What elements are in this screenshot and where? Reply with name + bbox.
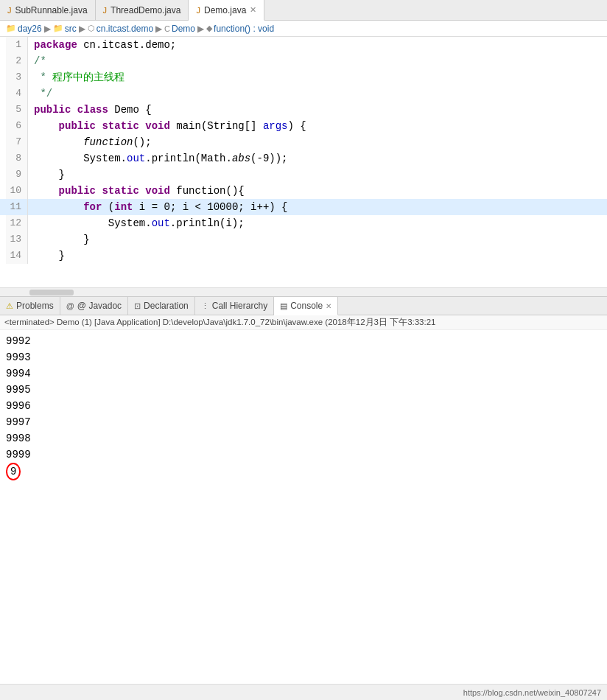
java-icon: J [7, 6, 12, 15]
line-content-4: */ [28, 85, 52, 102]
hscroll-thumb[interactable] [29, 290, 74, 295]
breadcrumb-package-icon: ⬡ [88, 24, 95, 33]
status-url: https://blog.csdn.net/weixin_40807247 [463, 688, 601, 697]
code-line-1: 1 package cn.itcast.demo; [0, 37, 607, 53]
console-line-9994: 9994 [6, 365, 601, 382]
line-content-8: System.out.println(Math.abs(-9)); [28, 150, 288, 167]
code-line-14: 14 } [0, 248, 607, 264]
breadcrumb-folder-icon: 📁 [6, 24, 16, 33]
java-icon-3: J [196, 6, 200, 15]
code-line-6: 6 public static void main(String[] args)… [0, 118, 607, 134]
breadcrumb-method[interactable]: function() : void [214, 24, 274, 34]
tab-demo-label: Demo.java [204, 5, 246, 15]
code-line-13: 13 } [0, 231, 607, 248]
bottom-tab-javadoc[interactable]: @ @ Javadoc [60, 297, 128, 315]
status-bar: https://blog.csdn.net/weixin_40807247 [0, 684, 607, 700]
console-line-9998: 9998 [6, 430, 601, 447]
line-num-7: 7 [6, 134, 28, 150]
bottom-tab-declaration[interactable]: ⊡ Declaration [128, 297, 195, 315]
bottom-tab-problems[interactable]: ⚠ Problems [0, 297, 60, 315]
breadcrumb-src[interactable]: src [65, 24, 77, 34]
line-content-1: package cn.itcast.demo; [28, 37, 176, 53]
breadcrumb: 📁 day26 ▶ 📁 src ▶ ⬡ cn.itcast.demo ▶ C D… [0, 21, 607, 37]
bottom-tab-problems-label: Problems [16, 301, 54, 311]
bottom-tab-declaration-label: Declaration [144, 301, 189, 311]
console-output: 9992 9993 9994 9995 9996 9997 9998 9999 … [0, 330, 607, 684]
problems-icon: ⚠ [6, 301, 13, 311]
code-line-2: 2 /* [0, 53, 607, 69]
line-num-2: 2 [6, 53, 28, 69]
declaration-icon: ⊡ [134, 301, 141, 311]
line-content-2: /* [28, 53, 46, 69]
editor-hscrollbar[interactable] [0, 287, 607, 296]
line-content-7: function(); [28, 134, 152, 150]
line-content-11: for (int i = 0; i < 10000; i++) { [28, 199, 288, 215]
breadcrumb-day26[interactable]: day26 [18, 24, 42, 34]
tab-threaddemo[interactable]: J ThreadDemo.java [96, 0, 189, 20]
console-line-9995: 9995 [6, 382, 601, 398]
console-line-9993: 9993 [6, 349, 601, 365]
breadcrumb-class[interactable]: Demo [172, 24, 195, 34]
code-editor[interactable]: 1 package cn.itcast.demo; 2 /* 3 * 程序中的主… [0, 37, 607, 287]
line-num-10: 10 [6, 183, 28, 199]
console-line-9996: 9996 [6, 398, 601, 414]
breadcrumb-class-icon: C [164, 24, 170, 33]
breadcrumb-method-icon: ◆ [206, 24, 212, 33]
tab-demo-close[interactable]: ✕ [250, 5, 256, 15]
tab-subrunnable[interactable]: J SubRunnable.java [0, 0, 96, 20]
javadoc-icon: @ [66, 301, 74, 310]
code-line-5: 5 public class Demo { [0, 102, 607, 118]
console-area: <terminated> Demo (1) [Java Application]… [0, 315, 607, 684]
line-num-3: 3 [6, 69, 28, 85]
console-line-9997: 9997 [6, 414, 601, 430]
bottom-tab-callhierarchy[interactable]: ⋮ Call Hierarchy [195, 297, 274, 315]
breadcrumb-src-icon: 📁 [53, 24, 63, 33]
line-content-12: System.out.println(i); [28, 215, 245, 231]
console-line-9992: 9992 [6, 333, 601, 349]
bottom-tab-javadoc-label: @ Javadoc [77, 301, 122, 311]
code-line-7: 7 function(); [0, 134, 607, 150]
bottom-tab-console-label: Console [290, 301, 323, 311]
bottom-tab-console[interactable]: ▤ Console ✕ [274, 297, 338, 315]
console-header: <terminated> Demo (1) [Java Application]… [0, 315, 607, 330]
line-content-9: } [28, 167, 65, 183]
tab-subrunnable-label: SubRunnable.java [15, 5, 88, 15]
circled-9: 9 [6, 463, 21, 480]
line-content-13: } [28, 231, 90, 248]
bottom-tab-callhierarchy-label: Call Hierarchy [212, 301, 267, 311]
bottom-tab-console-close[interactable]: ✕ [326, 302, 331, 310]
callhierarchy-icon: ⋮ [201, 301, 209, 311]
line-num-6: 6 [6, 118, 28, 134]
tab-demo[interactable]: J Demo.java ✕ [189, 0, 264, 21]
editor-tab-bar: J SubRunnable.java J ThreadDemo.java J D… [0, 0, 607, 21]
line-content-3: * 程序中的主线程 [28, 69, 124, 85]
console-line-9999: 9999 [6, 447, 601, 463]
code-line-12: 12 System.out.println(i); [0, 215, 607, 231]
line-num-11: 11 [6, 199, 28, 215]
line-num-14: 14 [6, 248, 28, 264]
bottom-tab-bar: ⚠ Problems @ @ Javadoc ⊡ Declaration ⋮ C… [0, 296, 607, 315]
line-num-12: 12 [6, 215, 28, 231]
line-content-10: public static void function(){ [28, 183, 245, 199]
line-num-5: 5 [6, 102, 28, 118]
tab-threaddemo-label: ThreadDemo.java [110, 5, 180, 15]
breadcrumb-package[interactable]: cn.itcast.demo [97, 24, 153, 34]
line-num-1: 1 [6, 37, 28, 53]
line-num-8: 8 [6, 150, 28, 167]
console-line-9: 9 [6, 463, 601, 480]
line-content-14: } [28, 248, 65, 264]
line-content-5: public class Demo { [28, 102, 152, 118]
code-line-4: 4 */ [0, 85, 607, 102]
code-line-9: 9 } [0, 167, 607, 183]
code-lines: 1 package cn.itcast.demo; 2 /* 3 * 程序中的主… [0, 37, 607, 264]
code-line-10: 10 public static void function(){ [0, 183, 607, 199]
line-content-6: public static void main(String[] args) { [28, 118, 306, 134]
code-line-11: 11 for (int i = 0; i < 10000; i++) { [0, 199, 607, 215]
code-line-8: 8 System.out.println(Math.abs(-9)); [0, 150, 607, 167]
line-num-13: 13 [6, 231, 28, 248]
code-line-3: 3 * 程序中的主线程 [0, 69, 607, 85]
console-icon: ▤ [280, 301, 287, 311]
java-icon-2: J [103, 6, 108, 15]
line-num-4: 4 [6, 85, 28, 102]
line-num-9: 9 [6, 167, 28, 183]
